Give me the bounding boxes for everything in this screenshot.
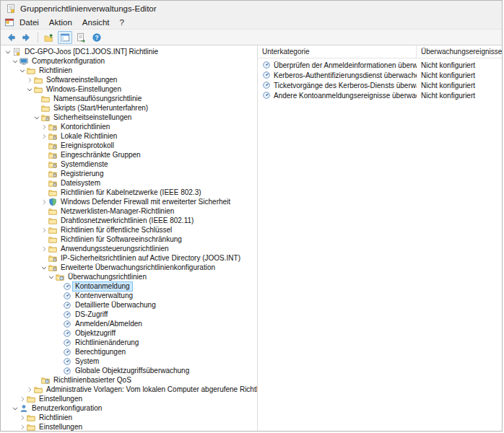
folder-lock-icon	[40, 113, 50, 122]
tree-item[interactable]: Richtlinienänderung	[1, 338, 257, 347]
tree-item[interactable]: Softwareeinstellungen	[1, 75, 257, 84]
tree-item[interactable]: Kontenverwaltung	[1, 291, 257, 300]
details-rows: Überprüfen der Anmeldeinformationen über…	[258, 58, 502, 100]
folder-icon	[48, 226, 57, 235]
tree-item[interactable]: Skripts (Start/Herunterfahren)	[1, 103, 257, 113]
tree-item[interactable]: Richtlinienbasierter QoS	[1, 375, 257, 385]
tree-item[interactable]: Eingeschränkte Gruppen	[1, 150, 257, 159]
tree-item[interactable]: Richtlinien	[1, 66, 257, 75]
export-list-button[interactable]	[74, 31, 88, 44]
up-one-level-button[interactable]	[42, 31, 56, 44]
folder-icon	[48, 216, 57, 225]
gpedit-window: Gruppenrichtlinienverwaltungs-Editor Dat…	[0, 0, 503, 432]
tree-item[interactable]: Richtlinien für öffentliche Schlüssel	[1, 225, 257, 235]
chevron-down-icon[interactable]	[4, 48, 12, 56]
tree-item[interactable]: Anwendungssteuerungsrichtlinien	[1, 244, 257, 253]
menu-ansicht[interactable]: Ansicht	[77, 17, 115, 27]
help-button[interactable]: ?	[90, 31, 104, 44]
tree-item[interactable]: Registrierung	[1, 169, 257, 178]
folder-icon	[48, 245, 57, 253]
tree-item[interactable]: Namensauflösungsrichtlinie	[1, 94, 257, 103]
chevron-right-icon[interactable]	[40, 132, 48, 140]
audit-folder-icon	[55, 273, 64, 281]
tree-item[interactable]: Kontorichtlinien	[1, 122, 257, 131]
chevron-right-icon[interactable]	[25, 385, 33, 393]
tree-item[interactable]: Einstellungen	[1, 422, 257, 431]
chevron-down-icon[interactable]	[25, 85, 33, 93]
tree-item[interactable]: Computerkonfiguration	[1, 56, 257, 66]
tree-item[interactable]: Detaillierte Überwachung	[1, 300, 257, 310]
column-header-unterkategorie[interactable]: Unterkategorie	[258, 45, 417, 58]
tree-item[interactable]: Richtlinien	[1, 413, 257, 422]
chevron-right-icon[interactable]	[18, 395, 26, 403]
console-tree: DC-GPO-Joos [DC1.JOOS.INT] RichtlinieCom…	[1, 45, 258, 431]
chevron-spacer	[40, 216, 48, 224]
chevron-down-icon[interactable]	[11, 404, 19, 412]
audit-subcategory-icon	[261, 81, 271, 89]
main-area: DC-GPO-Joos [DC1.JOOS.INT] RichtlinieCom…	[1, 45, 502, 431]
chevron-right-icon[interactable]	[40, 123, 48, 131]
folder-lock-icon	[48, 151, 57, 159]
chevron-right-icon[interactable]	[40, 198, 48, 206]
tree-item[interactable]: Drahtlosnetzwerkrichtlinien (IEEE 802.11…	[1, 216, 257, 225]
shield-icon	[48, 198, 57, 206]
chevron-spacer	[54, 320, 62, 328]
tree-item[interactable]: Sicherheitseinstellungen	[1, 113, 257, 122]
chevron-spacer	[40, 160, 48, 168]
chevron-right-icon[interactable]	[40, 226, 48, 234]
menu-datei[interactable]: Datei	[14, 17, 44, 27]
chevron-spacer	[32, 376, 40, 384]
tree-item[interactable]: Berechtigungen	[1, 347, 257, 357]
tree-item[interactable]: Erweiterte Überwachungsrichtlinienkonfig…	[1, 263, 257, 272]
chevron-down-icon[interactable]	[32, 113, 40, 121]
tree-item[interactable]: Objektzugriff	[1, 328, 257, 338]
tree-item[interactable]: Ereignisprotokoll	[1, 141, 257, 150]
export-list-icon	[76, 32, 87, 43]
tree-item[interactable]: Benutzerkonfiguration	[1, 403, 257, 413]
back-button[interactable]	[4, 31, 18, 44]
menu-aktion[interactable]: Aktion	[44, 17, 77, 27]
chevron-down-icon[interactable]	[18, 66, 26, 74]
tree-item[interactable]: Globale Objektzugriffsüberwachung	[1, 366, 257, 375]
chevron-right-icon[interactable]	[25, 76, 33, 84]
tree-item[interactable]: IP-Sicherheitsrichtlinien auf Active Dir…	[1, 253, 257, 263]
console-window-icon[interactable]	[4, 17, 14, 28]
subcategory-row[interactable]: Ticketvorgänge des Kerberos-Diensts über…	[258, 80, 502, 90]
forward-button[interactable]	[19, 31, 34, 44]
chevron-down-icon[interactable]	[40, 263, 48, 271]
tree-item[interactable]: Richtlinien für Softwareeinschränkung	[1, 235, 257, 244]
subcategory-row[interactable]: Überprüfen der Anmeldeinformationen über…	[258, 60, 502, 70]
tree-item[interactable]: Systemdienste	[1, 159, 257, 169]
tree-item[interactable]: Einstellungen	[1, 394, 257, 403]
tree-item[interactable]: Windows-Einstellungen	[1, 84, 257, 94]
tree-item[interactable]: Administrative Vorlagen: Vom lokalen Com…	[1, 385, 257, 394]
audit-icon	[62, 367, 71, 375]
folder-icon	[40, 104, 50, 113]
chevron-down-icon[interactable]	[11, 57, 19, 65]
column-header-ueberwachungsereignisse[interactable]: Überwachungsereignisse	[417, 45, 504, 58]
tree-item[interactable]: Überwachungsrichtlinien	[1, 272, 257, 281]
chevron-down-icon[interactable]	[47, 273, 55, 281]
chevron-right-icon[interactable]	[18, 423, 26, 431]
show-console-tree-button[interactable]	[58, 31, 72, 44]
tree-item[interactable]: Anmelden/Abmelden	[1, 319, 257, 328]
audit-subcategory-icon	[261, 71, 271, 79]
chevron-spacer	[54, 357, 62, 365]
chevron-right-icon[interactable]	[18, 414, 26, 421]
app-icon	[5, 3, 16, 14]
menu-hilfe[interactable]: ?	[115, 17, 129, 27]
subcategory-name: Überprüfen der Anmeldeinformationen über…	[274, 61, 417, 69]
tree-item[interactable]: System	[1, 357, 257, 366]
tree-item[interactable]: DS-Zugriff	[1, 310, 257, 319]
tree-item[interactable]: DC-GPO-Joos [DC1.JOOS.INT] Richtlinie	[1, 47, 257, 56]
tree-item[interactable]: Windows Defender Firewall mit erweiterte…	[1, 197, 257, 206]
subcategory-row[interactable]: Andere Kontoanmeldungsereignisse überwac…	[258, 90, 502, 100]
subcategory-name: Andere Kontoanmeldungsereignisse überwac…	[274, 92, 417, 100]
tree-item[interactable]: Kontoanmeldung	[1, 281, 257, 291]
chevron-right-icon[interactable]	[40, 245, 48, 253]
tree-item[interactable]: Dateisystem	[1, 178, 257, 188]
tree-item[interactable]: Netzwerklisten-Manager-Richtlinien	[1, 206, 257, 216]
subcategory-row[interactable]: Kerberos-Authentifizierungsdienst überwa…	[258, 70, 502, 80]
tree-item[interactable]: Richtlinien für Kabelnetzwerke (IEEE 802…	[1, 188, 257, 197]
tree-item[interactable]: Lokale Richtlinien	[1, 131, 257, 141]
